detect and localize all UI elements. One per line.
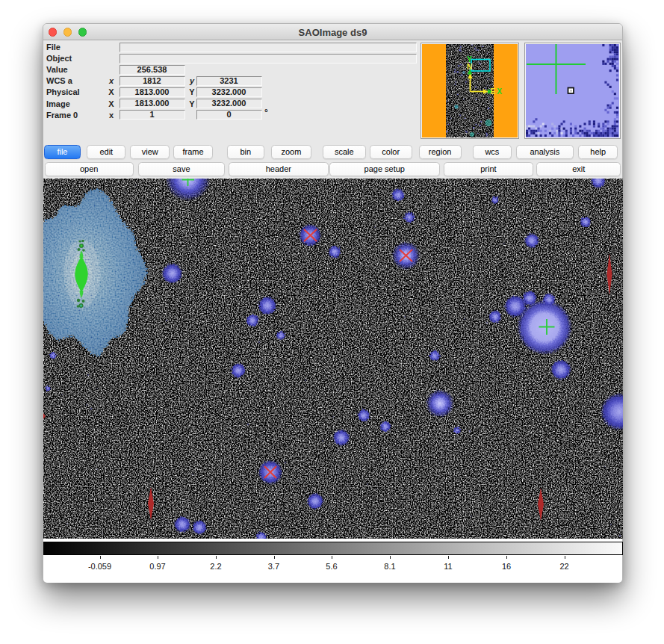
svg-text:X: X xyxy=(497,87,502,96)
svg-text:E: E xyxy=(491,87,496,96)
svg-text:N: N xyxy=(467,63,472,71)
